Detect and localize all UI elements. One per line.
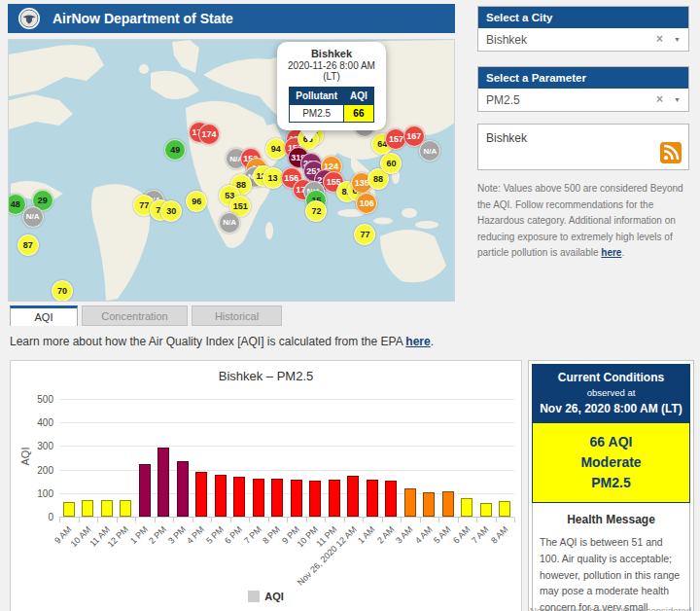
- state-department-seal-icon: [18, 7, 41, 30]
- aqi-bar-3-am[interactable]: [404, 488, 416, 517]
- map-marker-87[interactable]: 87: [18, 234, 39, 256]
- map-marker-174[interactable]: 174: [198, 124, 220, 145]
- x-tick: [192, 518, 193, 522]
- map-marker-na[interactable]: N/A: [219, 212, 240, 234]
- parameter-select-header: Select a Parameter: [478, 67, 688, 89]
- map-marker-106[interactable]: 106: [356, 193, 377, 214]
- current-conditions-panel: Current Conditions observed at Nov 26, 2…: [528, 360, 694, 611]
- aqi-bar-11-pm[interactable]: [329, 480, 340, 517]
- y-tick-300: 300: [26, 441, 53, 451]
- x-tick: [401, 518, 402, 522]
- aqi-bar-5-am[interactable]: [442, 491, 454, 517]
- legend-label: AQI: [264, 591, 284, 602]
- x-tick: [287, 518, 288, 522]
- popup-pollutant-value: PM2.5: [290, 105, 344, 123]
- health-message-box: Health Message The AQI is between 51 and…: [532, 503, 690, 611]
- clear-icon[interactable]: ×: [656, 32, 663, 46]
- map-marker-94[interactable]: 94: [265, 138, 287, 160]
- aqi-bar-4-am[interactable]: [423, 492, 435, 517]
- y-tick-100: 100: [26, 488, 53, 499]
- cc-aqi-box: 66 AQI Moderate PM2.5: [532, 423, 690, 503]
- map-marker-96[interactable]: 96: [186, 191, 207, 212]
- aqi-bar-8-pm[interactable]: [271, 479, 283, 517]
- x-tick: [117, 518, 118, 522]
- map-marker-72[interactable]: 72: [305, 200, 327, 222]
- aqi-bar-10-pm[interactable]: [309, 481, 321, 517]
- x-label: 12 PM: [106, 524, 130, 549]
- cc-aqi-value: 66 AQI: [533, 434, 689, 449]
- x-label: 7 AM: [470, 524, 491, 546]
- popup-aqi-value: 66: [344, 105, 374, 123]
- x-label: 1 AM: [356, 524, 377, 546]
- chart-legend[interactable]: AQI: [11, 591, 521, 602]
- aqi-bar-6-am[interactable]: [461, 498, 472, 517]
- aqi-bar-10-am[interactable]: [82, 500, 93, 517]
- y-tick-400: 400: [26, 417, 53, 428]
- x-tick: [306, 518, 307, 522]
- x-label: 8 AM: [489, 524, 510, 546]
- map-marker-77[interactable]: 77: [354, 224, 375, 245]
- aqi-bar-8-am[interactable]: [499, 501, 510, 517]
- map-marker-na[interactable]: N/A: [419, 140, 440, 162]
- rss-icon[interactable]: [660, 142, 682, 163]
- rss-city-label: Bishkek: [486, 131, 527, 145]
- popup-col-aqi: AQI: [344, 88, 374, 105]
- x-label: 3 AM: [394, 524, 415, 546]
- x-tick: [249, 518, 250, 522]
- x-tick: [97, 518, 98, 522]
- map-marker-60[interactable]: 60: [380, 153, 402, 174]
- chevron-down-icon[interactable]: ▼: [674, 36, 681, 43]
- aqi-bar-11-am[interactable]: [101, 500, 113, 517]
- aqi-bar-chart: Bishkek – PM2.5 AQI 01002003004005009 AM…: [10, 360, 522, 611]
- aqi-bar-2-am[interactable]: [385, 481, 397, 517]
- note-link[interactable]: here: [601, 247, 621, 258]
- map-marker-70[interactable]: 70: [52, 280, 73, 302]
- map-popup: Bishkek 2020-11-26 8:00 AM (LT) Pollutan…: [277, 42, 386, 130]
- tab-historical[interactable]: Historical: [192, 306, 282, 326]
- map-marker-49[interactable]: 49: [164, 139, 186, 161]
- parameter-select-box: Select a Parameter PM2.5 × ▼: [477, 66, 689, 112]
- aqi-bar-9-pm[interactable]: [291, 480, 302, 517]
- aqi-bar-nov-26-2020-12-am[interactable]: [347, 476, 359, 517]
- y-tick-500: 500: [26, 394, 53, 405]
- x-tick: [458, 518, 459, 522]
- tab-concentration[interactable]: Concentration: [82, 306, 188, 326]
- popup-table: Pollutant AQI PM2.5 66: [289, 87, 374, 123]
- tab-aqi[interactable]: AQI: [10, 306, 78, 326]
- world-aqi-map[interactable]: 4829N/A8770N/A7770309649179174N/A15291N/…: [8, 39, 455, 302]
- x-tick: [325, 518, 326, 522]
- aqi-bar-7-am[interactable]: [480, 503, 492, 517]
- aqi-bar-12-pm[interactable]: [120, 500, 131, 517]
- city-select-header: Select a City: [478, 7, 688, 28]
- aqi-bar-7-pm[interactable]: [253, 479, 264, 517]
- clear-icon[interactable]: ×: [656, 92, 663, 106]
- chevron-down-icon[interactable]: ▼: [674, 96, 681, 103]
- aqi-bar-6-pm[interactable]: [233, 477, 245, 517]
- aqi-bar-1-am[interactable]: [367, 480, 378, 517]
- x-tick: [496, 518, 497, 522]
- x-tick: [420, 518, 421, 522]
- app-title: AirNow Department of State: [52, 11, 233, 26]
- popup-tail: [300, 130, 318, 142]
- popup-datetime: 2020-11-26 8:00 AM: [282, 60, 381, 71]
- x-tick: [59, 518, 60, 522]
- x-tick: [382, 518, 383, 522]
- y-tick-0: 0: [26, 512, 53, 522]
- x-label: 4 PM: [185, 524, 206, 546]
- x-tick: [363, 518, 364, 522]
- health-message-text: The AQI is between 51 and 100. Air quali…: [540, 534, 682, 611]
- aqi-bar-3-pm[interactable]: [177, 461, 189, 517]
- gridline-200: [59, 470, 514, 471]
- map-marker-na[interactable]: N/A: [22, 206, 44, 228]
- aqi-bar-9-am[interactable]: [63, 502, 75, 517]
- aqi-bar-4-pm[interactable]: [195, 472, 207, 517]
- parameter-select[interactable]: PM2.5 × ▼: [478, 89, 688, 111]
- aqi-bar-1-pm[interactable]: [139, 464, 151, 517]
- cc-observed-at: observed at: [534, 387, 688, 398]
- learn-more-prefix: Learn more about how the Air Quality Ind…: [10, 335, 405, 348]
- city-select[interactable]: Bishkek × ▼: [478, 28, 688, 51]
- aqi-bar-5-pm[interactable]: [215, 475, 227, 517]
- aqi-bar-2-pm[interactable]: [158, 448, 169, 517]
- map-marker-30[interactable]: 30: [160, 200, 182, 222]
- learn-more-link[interactable]: here: [405, 335, 430, 348]
